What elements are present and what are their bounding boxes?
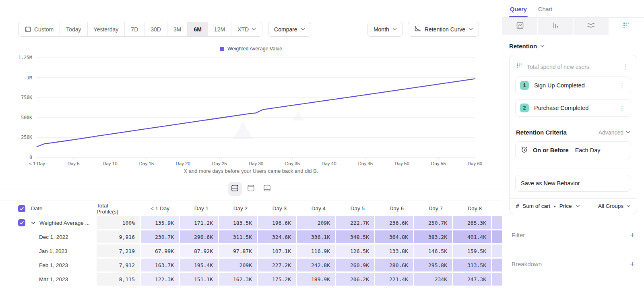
save-as-new-behavior-button[interactable]: Save as New Behavior xyxy=(515,175,631,192)
retention-value-cell[interactable]: 206.2K xyxy=(336,273,375,287)
measure-row[interactable]: # Sum of cart ▸ Price All Groups xyxy=(510,198,637,214)
report-section-dropdown[interactable]: Retention xyxy=(509,43,637,50)
tab-insights[interactable] xyxy=(502,18,538,35)
add-filter-button[interactable]: + xyxy=(630,231,635,239)
retention-value-cell[interactable]: 230.7K xyxy=(141,230,180,244)
tab-chart[interactable]: Chart xyxy=(538,6,552,17)
retention-value-cell[interactable]: 324.6K xyxy=(258,230,297,244)
retention-value-cell-clipped[interactable] xyxy=(492,273,502,287)
retention-value-cell[interactable]: 295.8K xyxy=(414,259,453,273)
legend-label: Weighted Average Value xyxy=(227,46,282,52)
retention-value-cell[interactable]: 265.3K xyxy=(453,216,492,230)
range-button-7d[interactable]: 7D xyxy=(125,22,144,36)
retention-value-cell[interactable]: 189.9K xyxy=(297,273,336,287)
retention-value-cell[interactable]: 135.9K xyxy=(141,216,180,230)
retention-value-cell[interactable]: 97.87K xyxy=(219,244,258,259)
retention-value-cell[interactable]: 242.8K xyxy=(297,259,336,273)
funnels-icon xyxy=(551,21,559,31)
range-button-xtd[interactable]: XTD xyxy=(231,22,262,36)
kebab-menu-icon[interactable]: ⋮ xyxy=(621,63,630,70)
add-breakdown-button[interactable]: + xyxy=(630,260,635,268)
retention-value-cell-clipped[interactable] xyxy=(492,216,502,230)
criteria-condition: On or Before xyxy=(533,147,569,153)
svg-text:Day 60: Day 60 xyxy=(468,161,482,166)
retention-value-cell[interactable]: 126.5K xyxy=(336,244,375,259)
retention-value-cell[interactable]: 236.6K xyxy=(375,216,414,230)
retention-value-cell[interactable]: 122.3K xyxy=(141,273,180,287)
retention-value-cell-clipped[interactable] xyxy=(492,230,502,244)
group-selector[interactable]: All Groups xyxy=(598,203,631,209)
retention-value-cell-clipped[interactable] xyxy=(492,259,502,273)
retention-value-cell[interactable]: 209K xyxy=(219,259,258,273)
toggle-table-view[interactable] xyxy=(260,182,274,196)
range-button-30d[interactable]: 30D xyxy=(144,22,167,36)
total-profiles-cell: 8,115 xyxy=(97,273,141,287)
retention-value-cell[interactable]: 133.8K xyxy=(375,244,414,259)
retention-value-cell-clipped[interactable] xyxy=(492,244,502,259)
compare-button[interactable]: Compare xyxy=(268,22,311,37)
step-row-2[interactable]: 2 Purchase Completed ⋮ xyxy=(515,99,631,117)
retention-value-cell[interactable]: 336.1K xyxy=(297,230,336,244)
chevron-down-icon[interactable] xyxy=(31,222,35,224)
retention-value-cell[interactable]: 296.6K xyxy=(180,230,219,244)
retention-value-cell[interactable]: 227.2K xyxy=(258,259,297,273)
tab-retention[interactable] xyxy=(609,18,644,35)
retention-value-cell[interactable]: 116.9K xyxy=(297,244,336,259)
retention-value-cell[interactable]: 364.8K xyxy=(375,230,414,244)
criteria-row[interactable]: On or Before Each Day xyxy=(515,141,631,159)
step-row-1[interactable]: 1 Sign Up Completed ⋮ xyxy=(515,77,631,94)
criteria-mode-dropdown[interactable]: Advanced xyxy=(599,129,630,136)
step-event-label: Purchase Completed xyxy=(534,105,612,111)
chart-type-dropdown[interactable]: Retention Curve xyxy=(408,22,479,37)
retention-value-cell[interactable]: 348.5K xyxy=(336,230,375,244)
retention-value-cell[interactable]: 107.1K xyxy=(258,244,297,259)
checkbox-checked[interactable] xyxy=(18,219,25,226)
retention-value-cell[interactable]: 162.3K xyxy=(219,273,258,287)
range-button-today[interactable]: Today xyxy=(60,22,87,36)
retention-value-cell[interactable]: 159.5K xyxy=(453,244,492,259)
toggle-chart-view[interactable] xyxy=(244,182,258,196)
chart-view-icon xyxy=(247,184,255,194)
retention-value-cell[interactable]: 67.99K xyxy=(141,244,180,259)
retention-value-cell[interactable]: 311.5K xyxy=(219,230,258,244)
retention-value-cell[interactable]: 195.4K xyxy=(180,259,219,273)
checkbox-checked[interactable] xyxy=(18,205,25,212)
split-view-icon xyxy=(231,184,239,194)
retention-value-cell[interactable]: 146.5K xyxy=(414,244,453,259)
legend-swatch xyxy=(220,47,224,51)
retention-value-cell[interactable]: 222.7K xyxy=(336,216,375,230)
range-button-12m[interactable]: 12M xyxy=(208,22,231,36)
retention-value-cell[interactable]: 221.4K xyxy=(375,273,414,287)
sidebar-tabbar: Query Chart xyxy=(502,0,644,18)
tab-query[interactable]: Query xyxy=(510,6,527,17)
retention-value-cell[interactable]: 163.7K xyxy=(141,259,180,273)
retention-value-cell[interactable]: 313.5K xyxy=(453,259,492,273)
retention-value-cell[interactable]: 171.2K xyxy=(180,216,219,230)
range-button-3m[interactable]: 3M xyxy=(167,22,188,36)
toolbar: CustomTodayYesterday7D30D3M6M12MXTD Comp… xyxy=(18,22,479,37)
tab-flows[interactable] xyxy=(574,18,609,35)
retention-value-cell[interactable]: 196.6K xyxy=(258,216,297,230)
toggle-split-view[interactable] xyxy=(228,182,242,196)
range-button-yesterday[interactable]: Yesterday xyxy=(88,22,125,36)
range-button-6m[interactable]: 6M xyxy=(188,22,208,36)
retention-value-cell[interactable]: 280.6K xyxy=(375,259,414,273)
retention-value-cell[interactable]: 151.1K xyxy=(180,273,219,287)
retention-value-cell[interactable]: 247.3K xyxy=(453,273,492,287)
tab-funnels[interactable] xyxy=(538,18,573,35)
range-button-custom[interactable]: Custom xyxy=(19,22,60,36)
retention-value-cell[interactable]: 183.5K xyxy=(219,216,258,230)
retention-value-cell[interactable]: 250.7K xyxy=(414,216,453,230)
granularity-dropdown[interactable]: Month xyxy=(367,22,403,37)
kebab-menu-icon[interactable]: ⋮ xyxy=(617,104,627,112)
svg-text:Day 50: Day 50 xyxy=(394,161,409,166)
kebab-menu-icon[interactable]: ⋮ xyxy=(617,82,627,89)
retention-value-cell[interactable]: 383.2K xyxy=(414,230,453,244)
retention-value-cell[interactable]: 234K xyxy=(414,273,453,287)
retention-value-cell[interactable]: 401.4K xyxy=(453,230,492,244)
retention-value-cell[interactable]: 175.2K xyxy=(258,273,297,287)
retention-value-cell[interactable]: 209K xyxy=(297,216,336,230)
retention-value-cell[interactable]: 87.92K xyxy=(180,244,219,259)
retention-line-chart[interactable]: 0250K500K750K1M1.25M< 1 DayDay 5Day 10Da… xyxy=(0,53,502,167)
retention-value-cell[interactable]: 260.9K xyxy=(336,259,375,273)
